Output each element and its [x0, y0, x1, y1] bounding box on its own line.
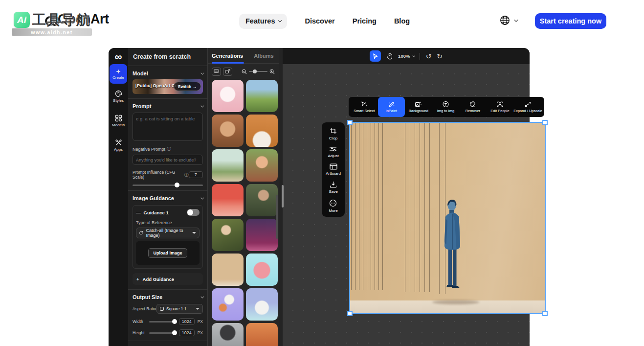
slider-knob[interactable] [175, 183, 179, 187]
tool-remover[interactable]: Remover [459, 97, 487, 117]
generation-thumbnail[interactable] [212, 115, 244, 147]
selection-handle-top-left[interactable] [347, 120, 353, 125]
cfg-slider[interactable] [133, 185, 203, 186]
model-section-header[interactable]: Model [133, 70, 203, 76]
zoom-level-dropdown[interactable]: 100% [398, 53, 414, 59]
tool-background[interactable]: Background [405, 97, 432, 117]
selection-handle-bottom-left[interactable] [347, 311, 353, 316]
selection-handle-bottom-right[interactable] [542, 311, 548, 316]
height-unit: PX [198, 330, 203, 335]
model-switch-button[interactable]: Switch → [174, 82, 201, 91]
tab-generations[interactable]: Generations [212, 53, 243, 59]
language-selector[interactable] [500, 15, 517, 25]
generation-thumbnail[interactable] [246, 288, 278, 321]
height-value[interactable]: 1024 [179, 329, 195, 336]
slider-knob[interactable] [172, 330, 177, 335]
width-slider[interactable] [149, 321, 176, 323]
redo-icon[interactable]: ↻ [437, 53, 443, 60]
save-tool[interactable]: Save [329, 181, 337, 194]
sidebar-item-styles[interactable]: Styles [110, 90, 127, 103]
send-to-canvas-icon[interactable] [223, 68, 232, 76]
generation-thumbnail[interactable] [246, 254, 278, 286]
panel-resize-handle[interactable] [282, 185, 284, 208]
nav-discover[interactable]: Discover [305, 17, 334, 25]
generation-thumbnail[interactable] [246, 80, 278, 112]
reference-type-dropdown[interactable]: Catch-all (Image to Image) [136, 228, 200, 238]
tool-label: Artboard [326, 171, 341, 176]
artboard-icon [330, 163, 337, 170]
negative-prompt-input[interactable]: Anything you'd like to exclude? [133, 155, 203, 165]
start-creating-button[interactable]: Start creating now [535, 13, 606, 29]
sidebar-item-models[interactable]: Models [110, 115, 127, 127]
sidebar-item-apps[interactable]: Apps [110, 139, 127, 152]
output-size-header[interactable]: Output Size [133, 294, 203, 300]
image-guidance-header[interactable]: Image Guidance [133, 195, 203, 201]
sliders-icon [329, 146, 337, 152]
generations-toolbar [208, 66, 279, 77]
scrollbar-thumb[interactable] [276, 195, 278, 239]
generation-thumbnail[interactable] [212, 149, 244, 182]
tool-label: Expand / Upscale [513, 109, 542, 113]
more-tool[interactable]: More [329, 199, 337, 213]
aspect-ratio-dropdown[interactable]: Square 1:1 [156, 304, 203, 314]
prompt-label: Prompt [133, 103, 152, 109]
sidebar-item-create[interactable]: + Create [110, 64, 127, 84]
zoom-in-icon[interactable] [269, 69, 275, 74]
generation-thumbnail[interactable] [212, 254, 244, 286]
upload-image-button[interactable]: Upload image [148, 248, 187, 258]
slider-knob[interactable] [172, 319, 177, 324]
generation-thumbnail[interactable] [246, 323, 278, 346]
generation-thumbnail[interactable] [212, 288, 244, 321]
tool-expand-upscale[interactable]: Expand / Upscale [513, 97, 542, 117]
generation-thumbnail[interactable] [246, 149, 278, 182]
crop-tool[interactable]: Crop [329, 127, 337, 140]
add-guidance-label: Add Guidance [143, 277, 174, 282]
chevron-down-icon [200, 71, 204, 74]
watermark-url: www.aidh.net [31, 29, 72, 35]
prompt-input[interactable]: e.g. a cat is sitting on a table [133, 113, 203, 141]
cfg-label: Prompt Influence (CFG Scale) ⓘ [133, 170, 189, 180]
artboard-tool[interactable]: Artboard [326, 163, 341, 176]
zoom-out-icon[interactable] [242, 69, 247, 74]
prompt-bubble-icon[interactable] [212, 68, 221, 76]
tool-img-to-img[interactable]: Img to Img [432, 97, 460, 117]
tool-inpaint[interactable]: InPaint [378, 97, 405, 117]
zoom-slider[interactable] [249, 71, 267, 72]
openart-infinity-icon[interactable]: ∞ [109, 51, 128, 63]
generation-thumbnail[interactable] [212, 323, 244, 346]
tool-edit-people[interactable]: Edit People [487, 97, 514, 117]
select-tool-button[interactable] [370, 50, 381, 62]
thumbnail-zoom-control [242, 69, 275, 74]
guidance-toggle[interactable] [187, 209, 200, 216]
info-icon: ⓘ [184, 172, 189, 178]
generation-thumbnail[interactable] [246, 115, 278, 147]
add-guidance-button[interactable]: + Add Guidance [133, 273, 203, 285]
slider-knob[interactable] [253, 69, 257, 73]
cfg-value[interactable]: 7 [189, 171, 203, 178]
upload-dropzone[interactable]: Upload image [136, 241, 200, 265]
nav-features[interactable]: Features [239, 14, 287, 29]
height-slider[interactable] [149, 332, 176, 334]
generation-thumbnail[interactable] [212, 80, 244, 112]
smart-select-icon [360, 101, 368, 108]
selection-handle-top-right[interactable] [542, 120, 548, 125]
undo-icon[interactable]: ↺ [425, 53, 431, 60]
generation-thumbnail[interactable] [212, 219, 244, 251]
adjust-tool[interactable]: Adjust [328, 146, 338, 158]
hand-tool-icon[interactable] [386, 53, 393, 60]
generation-thumbnail[interactable] [212, 184, 244, 216]
prompt-section-header[interactable]: Prompt [133, 103, 203, 109]
tab-albums[interactable]: Albums [254, 53, 273, 59]
collapse-icon[interactable]: — [136, 210, 141, 215]
rail-label: Apps [114, 147, 123, 152]
model-selector[interactable]: [Public] OpenArt Creative Switch → [133, 79, 203, 94]
width-value[interactable]: 1024 [179, 318, 195, 325]
nav-blog[interactable]: Blog [394, 17, 410, 25]
generation-thumbnail[interactable] [246, 219, 278, 251]
selected-artwork-image[interactable] [350, 123, 545, 313]
tool-smart-select[interactable]: Smart Select [351, 97, 378, 117]
chevron-down-icon [278, 18, 282, 22]
nav-pricing[interactable]: Pricing [353, 17, 377, 25]
generations-grid [208, 80, 279, 346]
generation-thumbnail[interactable] [246, 184, 278, 216]
